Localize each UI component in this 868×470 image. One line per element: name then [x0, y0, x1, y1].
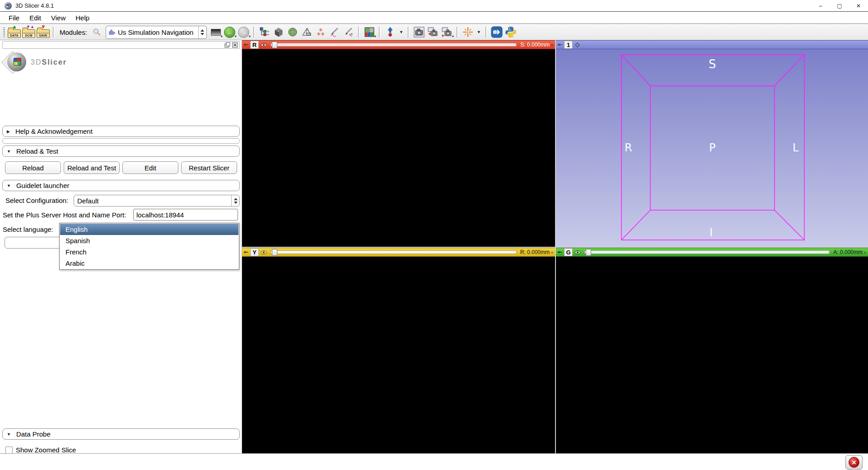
- green-slice-slider[interactable]: [584, 250, 830, 254]
- section-guidelet-launcher[interactable]: ▼ Guidelet launcher: [2, 180, 240, 191]
- green-slice-label[interactable]: G: [564, 248, 573, 256]
- section-reload-test[interactable]: ▼ Reload & Test: [2, 146, 240, 157]
- volumes-button[interactable]: [272, 26, 285, 38]
- eye-icon[interactable]: [261, 250, 267, 254]
- reload-button[interactable]: Reload: [5, 161, 61, 174]
- load-dicom-button[interactable]: ▼▲ DCM: [22, 26, 35, 38]
- red-slice-viewport[interactable]: [242, 49, 555, 247]
- panel-utility-bar: [2, 41, 240, 49]
- module-search-button[interactable]: [90, 26, 103, 38]
- pin-icon[interactable]: [244, 42, 248, 47]
- server-port-input[interactable]: [133, 209, 238, 221]
- toolbar-separator: [408, 27, 410, 38]
- eye-icon[interactable]: [574, 250, 581, 254]
- models-button[interactable]: [286, 26, 299, 38]
- layout-selector-button[interactable]: ▾: [363, 26, 376, 38]
- configuration-combo[interactable]: Default: [74, 195, 240, 207]
- module-back-button[interactable]: ← ▾: [224, 26, 236, 38]
- language-option-spanish[interactable]: Spanish: [60, 235, 238, 246]
- module-selector-spinner[interactable]: [198, 26, 206, 38]
- threed-view-label[interactable]: 1: [564, 41, 573, 49]
- module-history-button[interactable]: ▾: [210, 26, 222, 38]
- language-option-arabic[interactable]: Arabic: [60, 258, 238, 269]
- annotation-pencil-icon: [329, 27, 340, 38]
- transforms-button[interactable]: [300, 26, 313, 38]
- crosshair-dropdown-arrow[interactable]: ▼: [477, 30, 481, 34]
- module-back-icon: ←: [224, 27, 235, 38]
- slider-handle[interactable]: [272, 249, 277, 256]
- menu-view[interactable]: View: [46, 14, 70, 22]
- subject-hierarchy-button[interactable]: [258, 26, 271, 38]
- save-button[interactable]: ▼ SAVE: [37, 26, 50, 38]
- red-slice-slider[interactable]: [271, 43, 517, 47]
- menu-help[interactable]: Help: [70, 14, 94, 22]
- show-zoomed-slice-checkbox[interactable]: [5, 446, 13, 454]
- pin-icon[interactable]: [558, 42, 562, 47]
- red-slice-label[interactable]: R: [250, 41, 259, 49]
- slider-handle[interactable]: [586, 249, 591, 256]
- edit-button[interactable]: Edit: [122, 161, 178, 174]
- markups-button[interactable]: ✳✳✳: [314, 26, 327, 38]
- error-log-button[interactable]: ✕: [845, 455, 863, 470]
- header-menu-arrow[interactable]: ▸: [551, 43, 553, 47]
- reload-and-test-button[interactable]: Reload and Test: [64, 161, 120, 174]
- configuration-spinner[interactable]: [231, 195, 239, 206]
- center-view-icon[interactable]: [574, 42, 580, 48]
- slider-handle[interactable]: [272, 42, 277, 48]
- threed-view-header: 1: [556, 40, 868, 49]
- menu-edit[interactable]: Edit: [24, 14, 46, 22]
- yellow-slice-viewport[interactable]: [242, 257, 555, 453]
- section-data-probe[interactable]: ▼ Data Probe: [2, 428, 240, 440]
- crosshair-button[interactable]: [462, 26, 474, 38]
- module-forward-button[interactable]: → ▾: [238, 26, 250, 38]
- header-menu-arrow[interactable]: ▸: [864, 250, 866, 254]
- yellow-slice-slider[interactable]: [271, 250, 517, 254]
- minimize-button[interactable]: –: [811, 0, 830, 11]
- pin-icon[interactable]: [558, 250, 562, 254]
- close-panel-icon[interactable]: [232, 42, 238, 48]
- eye-icon[interactable]: [261, 43, 267, 47]
- annotations-color-button[interactable]: [342, 26, 355, 38]
- orientation-label-right: R: [625, 141, 632, 154]
- scene-view-restore-button[interactable]: ▾: [441, 26, 453, 38]
- close-button[interactable]: ✕: [849, 0, 868, 11]
- module-search-icon: [93, 28, 101, 36]
- slicer-window: 3D Slicer 4.8.1 – ▢ ✕ File Edit View Hel…: [0, 0, 868, 470]
- toolbar-separator: [485, 27, 487, 38]
- red-slice-offset: S: 0.000mm: [520, 42, 550, 48]
- threed-viewport[interactable]: S R P L I: [556, 49, 868, 247]
- scene-view-capture-icon: [427, 27, 439, 38]
- green-slice-view: G A: 0.000mm ▸: [556, 248, 868, 453]
- python-console-button[interactable]: [504, 26, 517, 38]
- toolbar-separator: [457, 27, 458, 38]
- scene-view-capture-button[interactable]: [427, 26, 439, 38]
- language-option-english[interactable]: English: [60, 224, 238, 235]
- restart-slicer-button[interactable]: Restart Slicer: [181, 161, 237, 174]
- load-data-button[interactable]: ▲ DATA: [8, 26, 21, 38]
- mouse-place-dropdown-arrow[interactable]: ▼: [399, 30, 403, 34]
- annotation-color-pencil-icon: [343, 27, 354, 38]
- mouse-place-button[interactable]: [384, 26, 397, 38]
- extensions-manager-button[interactable]: [490, 26, 503, 38]
- maximize-button[interactable]: ▢: [830, 0, 849, 11]
- green-slice-viewport[interactable]: [556, 257, 868, 453]
- markups-icon: ✳✳✳: [317, 28, 325, 36]
- yellow-slice-label[interactable]: Y: [250, 248, 259, 256]
- show-zoomed-slice-row: Show Zoomed Slice: [5, 446, 76, 454]
- language-option-french[interactable]: French: [60, 246, 238, 258]
- mouse-place-icon: [386, 27, 395, 38]
- mesh-icon: [301, 27, 312, 38]
- select-configuration-label: Select Configuration:: [5, 197, 68, 204]
- toolbar-grip[interactable]: [3, 27, 5, 37]
- menu-file[interactable]: File: [4, 14, 24, 22]
- annotations-button[interactable]: [328, 26, 341, 38]
- error-icon: ✕: [849, 457, 859, 468]
- app-icon: [5, 2, 12, 9]
- header-menu-arrow[interactable]: ▸: [551, 250, 553, 254]
- module-selector-combo[interactable]: Us Simulation Navigation: [106, 26, 207, 39]
- server-port-label: Set the Plus Server Host and Name Port:: [3, 211, 126, 219]
- pin-icon[interactable]: [244, 250, 248, 254]
- undock-panel-icon[interactable]: [224, 42, 230, 48]
- section-help-acknowledgement[interactable]: ▶ Help & Acknowledgement: [2, 126, 240, 137]
- screenshot-button[interactable]: [413, 26, 425, 38]
